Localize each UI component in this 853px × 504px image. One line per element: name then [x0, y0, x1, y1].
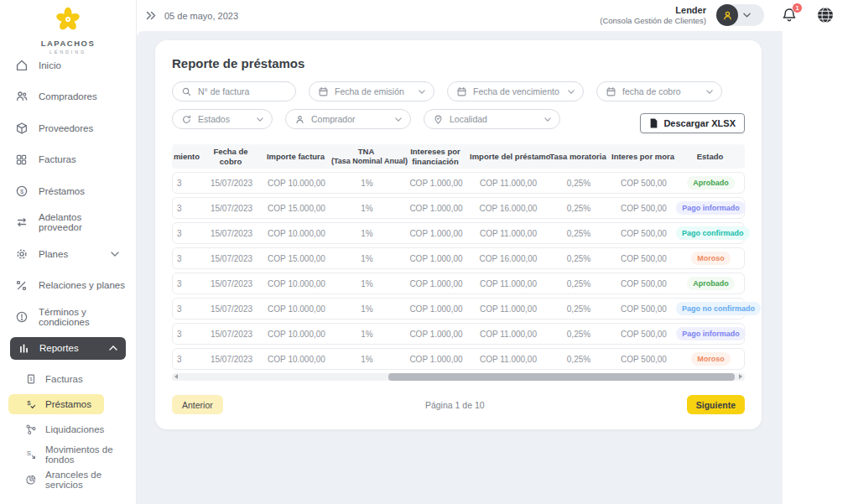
invoice-search-input[interactable]: N° de factura — [172, 81, 296, 101]
filter-label: N° de factura — [198, 86, 249, 96]
alert-circle-icon — [14, 310, 29, 324]
sidebar-item-relaciones-y-planes[interactable]: Relaciones y planes — [0, 270, 136, 302]
sidebar-item-label: Adelantos proveedor — [39, 212, 126, 232]
col-fecha-cobro: Fecha de cobro — [201, 147, 260, 166]
scroll-right-arrow-icon[interactable] — [739, 374, 742, 379]
states-filter[interactable]: Estados — [172, 109, 273, 129]
sidebar-item-inicio[interactable]: Inicio — [0, 49, 136, 81]
calendar-icon — [456, 86, 467, 97]
filters-row-2: Estados Comprador Localidad — [172, 109, 745, 133]
buyers-icon — [14, 90, 29, 103]
status-badge: Pago no confirmado — [676, 302, 761, 315]
user-menu[interactable] — [716, 4, 764, 26]
col-tasa-moratoria: Tasa moratoria — [545, 152, 611, 161]
brand-logo: LAPACHOS LENDING — [0, 0, 136, 55]
chevron-down-icon — [568, 90, 575, 94]
suppliers-icon — [14, 122, 29, 135]
sidebar-item-label: Planes — [39, 249, 68, 259]
report-panel: Reporte de préstamos N° de factura Fecha… — [155, 40, 762, 429]
calendar-icon — [606, 86, 616, 97]
pagination: Anterior Página 1 de 10 Siguiente — [172, 395, 745, 414]
next-page-button[interactable]: Siguiente — [687, 395, 745, 414]
flower-icon — [53, 6, 83, 34]
scrollbar-thumb[interactable] — [388, 373, 735, 381]
bar-chart-icon — [18, 342, 30, 355]
download-xlsx-button[interactable]: Descargar XLSX — [640, 113, 745, 133]
search-icon — [181, 86, 192, 97]
svg-text:S: S — [26, 449, 30, 457]
sidebar-item-label: Préstamos — [39, 186, 85, 196]
sidebar-item-proveedores[interactable]: Proveedores — [0, 112, 136, 144]
previous-page-button[interactable]: Anterior — [172, 395, 223, 414]
filters-row-1: N° de factura Fecha de emisión Fecha de … — [172, 81, 745, 101]
sidebar-item-label: Términos y condiciones — [39, 307, 126, 327]
issue-date-filter[interactable]: Fecha de emisión — [309, 81, 434, 101]
filter-label: Fecha de emisión — [335, 86, 404, 96]
transfer-arrows-icon — [14, 216, 29, 229]
top-bar-right: Lender (Consola Gestión de Clientes) 1 — [600, 4, 853, 27]
sidebar-item-prestamos[interactable]: $ Préstamos — [0, 175, 136, 207]
subnav-item-prestamos[interactable]: $ Préstamos — [8, 394, 104, 414]
notification-badge: 1 — [792, 3, 803, 13]
subnav-item-movimientos-de-fondos[interactable]: S Movimientos de fondos — [0, 442, 136, 467]
chevron-down-icon — [706, 90, 713, 94]
app-page: LAPACHOS LENDING Inicio Compradores P — [0, 0, 853, 504]
table-row: 3 15/07/2023 COP 15.000,00 1% COP 1.000,… — [172, 197, 745, 219]
funds-move-icon: S — [24, 449, 37, 460]
sidebar-item-facturas[interactable]: Facturas — [0, 144, 136, 176]
subnav-item-aranceles-de-servicios[interactable]: Aranceles de servicios — [0, 467, 136, 492]
chevron-down-icon — [111, 252, 119, 257]
sidebar-item-terminos-y-condiciones[interactable]: Términos y condiciones — [0, 301, 136, 333]
status-badge: Pago informado — [676, 201, 746, 215]
svg-text:$: $ — [27, 399, 31, 407]
chevron-down-icon — [257, 117, 263, 122]
filter-label: Estados — [198, 114, 230, 124]
subnav-item-label: Facturas — [45, 374, 83, 384]
sidebar-item-compradores[interactable]: Compradores — [0, 81, 136, 113]
status-badge: Pago informado — [676, 327, 746, 340]
loan-dollar-icon: $ — [14, 184, 29, 198]
chevron-down-icon — [743, 13, 751, 18]
loan-check-icon: $ — [24, 398, 37, 410]
notifications-button[interactable]: 1 — [781, 7, 798, 24]
globe-icon — [816, 6, 835, 24]
subnav-item-liquidaciones[interactable]: Liquidaciones — [0, 417, 136, 442]
collection-date-filter[interactable]: fecha de cobro — [596, 81, 722, 101]
reportes-subnav: $ Facturas $ Préstamos Liquidaciones — [0, 366, 136, 492]
due-date-filter[interactable]: Fecha de vencimiento — [447, 81, 584, 101]
sidebar-item-label: Compradores — [39, 91, 97, 101]
loans-table: miento Fecha de cobro Importe factura TN… — [172, 144, 745, 370]
document-icon — [649, 118, 658, 128]
table-header: miento Fecha de cobro Importe factura TN… — [172, 144, 745, 169]
col-estado: Estado — [675, 152, 745, 161]
status-badge: Pago confirmado — [676, 226, 750, 240]
filter-label: Comprador — [311, 114, 356, 124]
sidebar-item-label: Proveedores — [39, 123, 93, 133]
sidebar-item-adelantos-proveedor[interactable]: Adelantos proveedor — [0, 207, 136, 239]
status-badge: Aprobado — [687, 176, 735, 190]
sidebar-item-reportes[interactable]: Reportes — [10, 337, 126, 360]
invoices-grid-icon — [14, 153, 29, 166]
home-icon — [14, 59, 29, 72]
col-intereses-financiacion: Intereses por financiación — [401, 147, 470, 166]
subnav-item-facturas[interactable]: $ Facturas — [0, 366, 136, 392]
sidebar-item-planes[interactable]: Planes — [0, 238, 136, 270]
language-button[interactable] — [816, 6, 835, 24]
avatar — [716, 4, 738, 26]
status-badge: Moroso — [691, 352, 731, 366]
col-tna: TNA (Tasa Nominal Anual) — [331, 147, 401, 165]
subnav-item-label: Préstamos — [45, 399, 91, 409]
svg-text:$: $ — [29, 377, 32, 382]
horizontal-scrollbar[interactable] — [172, 373, 745, 381]
table-row: 3 15/07/2023 COP 10.000,00 1% COP 1.000,… — [172, 172, 745, 194]
status-badge: Aprobado — [687, 277, 735, 290]
filter-label: Fecha de vencimiento — [473, 86, 559, 96]
top-bar: 05 de mayo, 2023 Lender (Consola Gestión… — [137, 0, 853, 31]
sidebar-collapse-icon[interactable] — [146, 11, 156, 20]
locality-filter[interactable]: Localidad — [424, 109, 560, 129]
buyer-filter[interactable]: Comprador — [285, 109, 411, 129]
col-importe-factura: Importe factura — [260, 152, 331, 161]
col-interes-mora: Interes por mora — [611, 152, 675, 161]
scroll-left-arrow-icon[interactable] — [174, 374, 178, 379]
sidebar-nav: Inicio Compradores Proveedores Facturas — [0, 49, 136, 492]
